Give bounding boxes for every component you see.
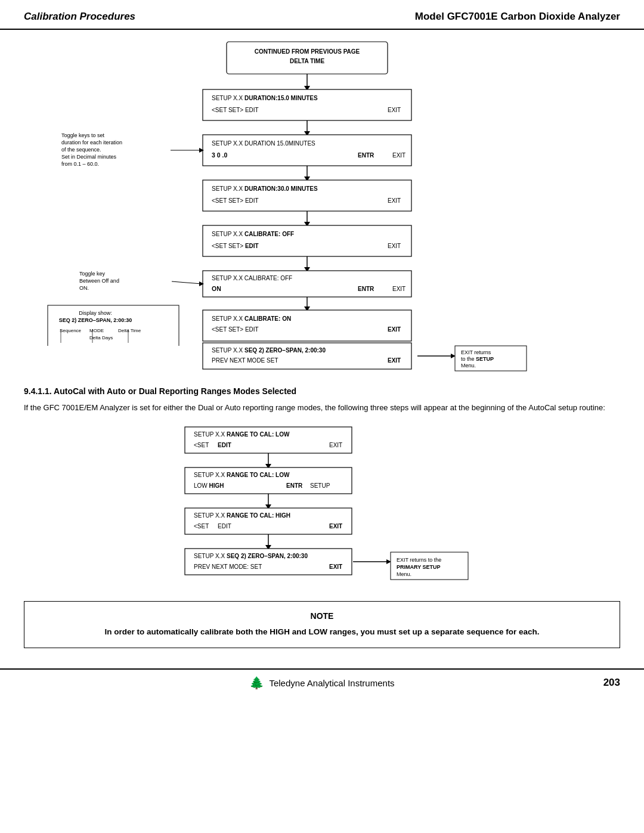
tree-icon: 🌲 — [249, 676, 264, 690]
svg-text:RANGE TO CAL: HIGH: RANGE TO CAL: HIGH — [227, 512, 290, 519]
svg-text:EXIT: EXIT — [329, 563, 342, 570]
svg-rect-12 — [203, 135, 411, 166]
svg-text:ON.: ON. — [79, 285, 89, 291]
svg-text:Menu.: Menu. — [461, 363, 476, 368]
svg-text:Display show:: Display show: — [79, 310, 112, 316]
svg-text:<SET: <SET — [194, 442, 209, 448]
svg-text:PREV  NEXT  MODE  SET: PREV NEXT MODE SET — [212, 357, 278, 364]
svg-text:Menu.: Menu. — [397, 571, 411, 577]
svg-text:of the sequence.: of the sequence. — [61, 147, 101, 153]
svg-text:<SET  SET>  EDIT: <SET SET> EDIT — [212, 197, 259, 204]
svg-text:DURATION:30.0 MINUTES: DURATION:30.0 MINUTES — [244, 185, 318, 192]
svg-text:DURATION:15.0 MINUTES: DURATION:15.0 MINUTES — [244, 95, 318, 101]
svg-rect-35 — [203, 225, 411, 256]
svg-text:SETUP X.X: SETUP X.X — [212, 95, 243, 101]
svg-text:MODE: MODE — [89, 328, 104, 333]
footer-page-number: 203 — [603, 677, 620, 689]
svg-text:Toggle key: Toggle key — [79, 271, 106, 277]
svg-text:<SET  SET>  EDIT: <SET SET> EDIT — [212, 107, 259, 113]
svg-text:SETUP X.X: SETUP X.X — [194, 472, 225, 478]
svg-text:EXIT: EXIT — [388, 107, 401, 113]
main-content: CONTINUED FROM PREVIOUS PAGE DELTA TIME … — [0, 30, 644, 662]
svg-text:EXIT: EXIT — [329, 523, 342, 529]
svg-text:<SET  SET>  EDIT: <SET SET> EDIT — [212, 326, 259, 333]
svg-text:CONTINUED FROM PREVIOUS PAGE: CONTINUED FROM PREVIOUS PAGE — [255, 48, 360, 55]
note-box: NOTE In order to automatically calibrate… — [24, 601, 620, 649]
top-flowchart-svg: CONTINUED FROM PREVIOUS PAGE DELTA TIME … — [24, 36, 620, 346]
svg-text:ENTR: ENTR — [286, 482, 303, 489]
svg-text:SETUP X.X: SETUP X.X — [212, 185, 243, 192]
svg-text:Delta Time: Delta Time — [118, 328, 141, 333]
svg-text:EDIT: EDIT — [218, 523, 231, 529]
svg-text:SETUP X.X: SETUP X.X — [212, 347, 243, 354]
svg-text:EXIT: EXIT — [388, 243, 401, 249]
svg-text:EDIT: EDIT — [218, 442, 231, 448]
svg-text:RANGE TO CAL: LOW: RANGE TO CAL: LOW — [227, 472, 290, 478]
svg-text:PRIMARY SETUP: PRIMARY SETUP — [397, 564, 441, 570]
svg-text:SEQ 2) ZERO–SPAN,  2:00:30: SEQ 2) ZERO–SPAN, 2:00:30 — [227, 553, 308, 559]
svg-text:from 0.1 – 60.0.: from 0.1 – 60.0. — [61, 161, 99, 167]
header-left: Calibration Procedures — [24, 11, 135, 23]
svg-text:EXIT: EXIT — [392, 286, 405, 292]
section-heading: 9.4.1.1. AutoCal with Auto or Dual Repor… — [24, 386, 620, 396]
footer-logo: 🌲 Teledyne Analytical Instruments — [249, 676, 394, 690]
svg-text:SETUP X.X: SETUP X.X — [194, 512, 225, 519]
svg-text:3   0    .0: 3 0 .0 — [212, 151, 227, 159]
svg-rect-28 — [203, 180, 411, 211]
svg-text:EXIT: EXIT — [388, 357, 401, 364]
footer-logo-text: Teledyne Analytical Instruments — [269, 678, 394, 688]
svg-text:SEQ 2) ZERO–SPAN,  2:00:30: SEQ 2) ZERO–SPAN, 2:00:30 — [244, 347, 326, 354]
svg-text:Between Off and: Between Off and — [79, 278, 119, 284]
header-right: Model GFC7001E Carbon Dioxide Analyzer — [415, 11, 620, 23]
svg-text:SETUP X.X: SETUP X.X — [212, 231, 243, 237]
svg-text:EXIT: EXIT — [329, 442, 342, 448]
svg-text:SETUP X.X: SETUP X.X — [212, 315, 243, 322]
bottom-flowchart-svg: SETUP X.X RANGE TO CAL: LOW <SET EDIT EX… — [54, 422, 590, 589]
svg-text:Toggle keys to set: Toggle keys to set — [61, 132, 105, 138]
page-header: Calibration Procedures Model GFC7001E Ca… — [0, 0, 644, 30]
svg-text:SETUP X.X  CALIBRATE: OFF: SETUP X.X CALIBRATE: OFF — [212, 275, 292, 281]
svg-text:EXIT: EXIT — [388, 326, 401, 333]
svg-text:SEQ 2) ZERO–SPAN,  2:00:30: SEQ 2) ZERO–SPAN, 2:00:30 — [59, 317, 132, 323]
svg-rect-5 — [203, 89, 411, 120]
svg-text:ENTR: ENTR — [358, 286, 374, 292]
svg-text:SETUP X.X: SETUP X.X — [194, 553, 225, 559]
svg-text:SETUP: SETUP — [310, 482, 330, 489]
svg-text:EXIT returns to the: EXIT returns to the — [397, 557, 441, 563]
svg-rect-55 — [203, 310, 411, 341]
svg-text:CALIBRATE: OFF: CALIBRATE: OFF — [244, 231, 294, 237]
svg-text:SETUP X.X: SETUP X.X — [194, 431, 225, 438]
svg-text:ON: ON — [212, 285, 221, 292]
page-footer: 🌲 Teledyne Analytical Instruments 203 — [0, 668, 644, 696]
svg-text:DURATION 15.0MINUTES: DURATION 15.0MINUTES — [244, 140, 315, 147]
svg-text:ENTR: ENTR — [358, 152, 374, 159]
body-text: If the GFC 7001E/EM Analyzer is set for … — [24, 402, 620, 414]
top-flowchart: CONTINUED FROM PREVIOUS PAGE DELTA TIME … — [24, 36, 620, 346]
flowchart-box7-svg: SETUP X.X SEQ 2) ZERO–SPAN, 2:00:30 PREV… — [24, 340, 620, 376]
svg-text:Set in Decimal minutes: Set in Decimal minutes — [61, 154, 117, 160]
note-title: NOTE — [39, 611, 605, 621]
svg-text:SETUP X.X: SETUP X.X — [212, 140, 243, 147]
svg-text:<SET  SET>  EDIT: <SET SET> EDIT — [212, 243, 259, 249]
svg-text:CALIBRATE: ON: CALIBRATE: ON — [244, 315, 291, 322]
svg-text:EXIT: EXIT — [388, 197, 401, 204]
svg-text:<SET: <SET — [194, 523, 209, 529]
svg-text:duration for each iteration: duration for each iteration — [61, 140, 122, 145]
svg-text:DELTA TIME: DELTA TIME — [290, 58, 324, 64]
svg-text:EXIT: EXIT — [392, 152, 405, 159]
svg-text:LOW HIGH: LOW HIGH — [194, 482, 224, 489]
svg-text:Sequence: Sequence — [60, 328, 82, 333]
section-heading-text: 9.4.1.1. AutoCal with Auto or Dual Repor… — [24, 386, 296, 396]
svg-line-51 — [172, 281, 202, 284]
svg-text:RANGE TO CAL: LOW: RANGE TO CAL: LOW — [227, 431, 290, 438]
note-text: In order to automatically calibrate both… — [39, 625, 605, 639]
svg-text:EXIT returns: EXIT returns — [461, 349, 491, 355]
svg-text:PREV  NEXT  MODE:  SET: PREV NEXT MODE: SET — [194, 563, 262, 570]
flowchart-box7-row: SETUP X.X SEQ 2) ZERO–SPAN, 2:00:30 PREV… — [24, 340, 620, 376]
svg-text:to the SETUP: to the SETUP — [461, 356, 494, 362]
bottom-flowchart: SETUP X.X RANGE TO CAL: LOW <SET EDIT EX… — [24, 422, 620, 589]
